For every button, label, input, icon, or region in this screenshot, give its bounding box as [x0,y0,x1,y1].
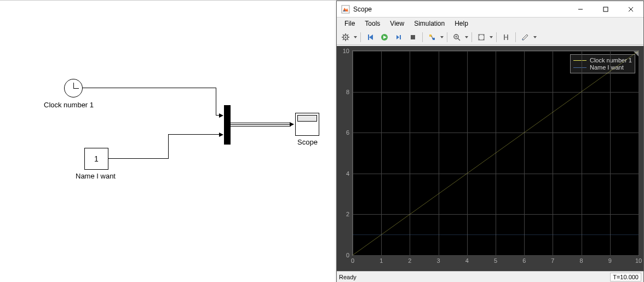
y-tick-label: 2 [346,211,349,217]
separator [496,32,497,42]
matlab-icon [341,5,350,14]
status-time: T=10.000 [610,273,641,281]
x-tick-label: 8 [580,257,583,264]
y-tick-label: 10 [343,48,349,54]
svg-line-14 [343,39,344,40]
annotate-icon[interactable] [519,31,532,43]
clock-block[interactable] [64,79,83,97]
y-tick-label: 8 [346,89,349,95]
separator [360,32,361,42]
menu-simulation[interactable]: Simulation [410,19,449,28]
x-tick-label: 0 [351,257,354,264]
x-tick-label: 10 [635,257,642,264]
restart-icon[interactable] [364,31,377,43]
scope-block-label: Scope [297,138,318,146]
x-tick-label: 2 [408,257,411,264]
constant-block-label: Name I want [76,172,116,180]
svg-marker-19 [396,35,399,39]
dropdown-icon[interactable] [440,36,444,38]
measure-icon[interactable] [499,31,513,43]
menu-bar: File Tools View Simulation Help [337,18,643,30]
svg-point-6 [345,36,347,38]
step-icon[interactable] [392,31,405,43]
clock-block-label: Clock number 1 [44,101,94,109]
signal-wire[interactable] [108,158,169,159]
menu-help[interactable]: Help [450,19,473,28]
separator [447,32,447,42]
arrow-icon [290,122,294,126]
title-bar[interactable]: Scope [337,1,643,18]
minimize-button[interactable] [568,1,593,18]
svg-marker-16 [369,34,373,40]
maximize-button[interactable] [593,1,618,18]
bus-wire[interactable] [231,123,291,126]
dropdown-icon[interactable] [464,36,469,38]
menu-view[interactable]: View [386,19,409,28]
arrow-icon [219,113,223,118]
plot-lines [353,51,639,255]
clock-hand-icon [73,88,79,89]
run-icon[interactable] [378,31,391,43]
svg-rect-22 [429,34,432,37]
separator [472,32,472,42]
scope-block[interactable] [295,113,319,136]
x-tick-label: 9 [608,257,612,264]
series-line [353,51,639,255]
scope-plot[interactable]: Clock number 1 Name I want 0123456789100… [352,50,639,256]
dropdown-icon[interactable] [353,36,358,38]
svg-rect-20 [400,35,401,39]
x-tick-label: 6 [522,257,526,264]
grid-line [639,51,639,255]
menu-tools[interactable]: Tools [360,19,384,28]
highlight-icon[interactable] [426,31,439,43]
window-title: Scope [353,5,568,13]
close-button[interactable] [618,1,643,18]
svg-line-13 [347,34,348,36]
scope-screen-icon [298,124,316,133]
signal-wire[interactable] [168,134,169,159]
svg-line-26 [458,38,460,41]
dropdown-icon[interactable] [489,36,493,38]
signal-wire[interactable] [216,88,216,116]
separator [515,32,516,42]
status-ready: Ready [339,274,610,280]
y-tick-label: 6 [346,129,349,136]
y-tick-label: 4 [346,170,349,177]
dropdown-icon[interactable] [533,36,537,38]
x-tick-label: 1 [380,257,383,264]
constant-block[interactable]: 1 [84,148,108,170]
mux-block[interactable] [224,105,231,145]
signal-wire[interactable] [83,88,216,88]
scope-top-icon [297,115,317,122]
stop-icon[interactable] [406,31,419,43]
signal-wire[interactable] [168,134,220,135]
x-tick-label: 4 [465,257,469,264]
autoscale-icon[interactable] [475,31,488,43]
status-bar: Ready T=10.000 [337,271,643,282]
x-tick-label: 5 [494,257,497,264]
toolbar [337,30,643,45]
menu-file[interactable]: File [340,19,359,28]
y-tick-label: 0 [346,252,349,258]
svg-rect-21 [411,35,415,39]
svg-marker-15 [368,34,369,40]
plot-area: Clock number 1 Name I want 0123456789100… [337,46,643,271]
constant-value: 1 [94,154,99,163]
grid-line [353,255,639,256]
svg-line-24 [432,36,433,39]
simulink-canvas[interactable]: Clock number 1 1 Name I want Scope [0,1,336,282]
zoom-icon[interactable] [450,31,463,43]
x-tick-label: 7 [551,257,554,264]
svg-line-12 [347,39,348,40]
svg-rect-23 [433,38,435,40]
arrow-icon [219,133,223,137]
scope-window: Scope File Tools View Simulation Help [336,1,644,282]
gear-icon[interactable] [339,31,352,43]
svg-rect-2 [603,7,608,11]
separator [422,32,423,42]
x-tick-label: 3 [437,257,440,264]
svg-line-11 [343,34,344,36]
